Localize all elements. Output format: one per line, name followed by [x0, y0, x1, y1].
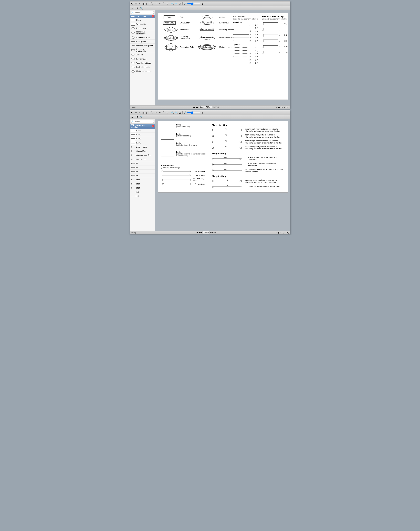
zoom-fit[interactable]: ⊕ — [201, 2, 204, 5]
cf-m1-icon-1 — [131, 162, 135, 165]
svg-line-191 — [240, 164, 241, 165]
grid-toggle-2[interactable]: ⊞ — [136, 116, 139, 119]
optional-label: Optional — [233, 44, 258, 45]
bezier-tool-2[interactable]: ∿ — [166, 111, 169, 114]
page-icon-2[interactable]: ≡ — [130, 116, 134, 119]
cf-one-more[interactable]: One or More — [130, 149, 155, 153]
table-tool-2[interactable]: ▦ — [142, 111, 145, 114]
line-tool[interactable]: ╲ — [150, 2, 154, 5]
cf-m1-3[interactable]: M:1 — [130, 170, 155, 174]
cf-m1-2[interactable]: M:1 — [130, 165, 155, 170]
page-icon[interactable]: ≡ — [130, 7, 134, 10]
zoom-out-2[interactable]: 🔍 — [175, 111, 178, 114]
cf-mm-2[interactable]: M:M — [130, 182, 155, 186]
cf-m1-4[interactable]: M:1 — [130, 174, 155, 178]
rectangle-tool[interactable]: ▭ — [134, 2, 137, 5]
arrow-tool[interactable]: → — [154, 2, 158, 5]
line-tool-2[interactable]: ╲ — [150, 111, 154, 114]
page-prev[interactable]: ◀ — [195, 106, 197, 108]
arrow-tool-2[interactable]: → — [154, 111, 158, 114]
sidebar-item-optional-participation[interactable]: Optional participation — [130, 44, 155, 48]
cf-mm-3[interactable]: M:M — [130, 186, 155, 190]
cf-m1-1[interactable]: M:1 — [130, 161, 155, 165]
circle-tool[interactable]: ○ — [138, 2, 141, 5]
weak-entity-rect: Weak Entity — [163, 21, 176, 25]
close-btn-1[interactable]: ✕ — [152, 15, 154, 17]
cf-entity-1[interactable]: Entity — [130, 129, 155, 133]
cf-mm-1[interactable]: M:M — [130, 178, 155, 182]
cf-entity-2[interactable]: Entity — [130, 133, 155, 137]
sidebar-item-key-attr[interactable]: K Key attribute — [130, 57, 155, 61]
cf-entity-3[interactable]: Entity — [130, 137, 155, 141]
search-box-1[interactable]: 🔍 — [131, 11, 154, 14]
sidebar-item-recursive[interactable]: Recursive relationship — [130, 48, 155, 53]
page-prev-2[interactable]: ◀ — [198, 231, 200, 234]
opt-card-0m: (0:M) — [255, 59, 258, 61]
zoom-range-2[interactable] — [187, 111, 200, 114]
zoom-slider[interactable]: 🔎 — [183, 2, 187, 5]
curve-tool-2[interactable]: ⌒ — [162, 111, 165, 114]
rectangle-tool-2[interactable]: ▭ — [134, 111, 137, 114]
attr-ellipse-shape: Attribute — [196, 15, 218, 19]
cf-zero-more[interactable]: Zero or More — [130, 145, 155, 149]
sidebar-item-id-relationship[interactable]: Identifying relationship — [130, 30, 155, 35]
weak-entity-text: Weak Entity — [178, 22, 196, 24]
process-tool-2[interactable]: ▢ — [146, 111, 149, 114]
print-2[interactable]: 🖨 — [178, 111, 182, 114]
zoom-in[interactable]: 🔍 — [171, 2, 174, 5]
table-tool[interactable]: ▦ — [142, 2, 145, 5]
search-box-2[interactable]: 🔍 — [131, 120, 154, 123]
print[interactable]: 🖨 — [178, 2, 182, 5]
close-btn-2[interactable]: ✕ — [152, 125, 154, 127]
derived-ellipse: Derived attribute — [199, 36, 216, 40]
sidebar-item-weak-key[interactable]: K Weak key attribute — [130, 61, 155, 65]
circle-tool-2[interactable]: ○ — [138, 111, 141, 114]
zoom-slider-2[interactable]: 🔎 — [183, 111, 187, 114]
sidebar-item-derived[interactable]: Derived attribute — [130, 65, 155, 69]
sidebar-item-relationship[interactable]: Relationship — [130, 26, 155, 30]
derived-label: Derived attribute — [136, 66, 150, 68]
zoom-out[interactable]: 🔍 — [175, 2, 178, 5]
zoom-in-2[interactable]: 🔍 — [171, 111, 174, 114]
sidebar-item-multivalue[interactable]: Multivalue attribute — [130, 69, 155, 73]
sidebar-item-assoc-entity[interactable]: Associative entity — [130, 35, 155, 40]
cf-11-2[interactable]: 1:1 — [130, 194, 155, 198]
cf-11-1[interactable]: 1:1 — [130, 190, 155, 194]
sidebar-item-weak-entity[interactable]: Weak entity — [130, 22, 155, 26]
connect-tool-2[interactable]: ⤳ — [158, 111, 162, 114]
cf-m1-label-4: M:1 — [136, 175, 139, 177]
page-next[interactable]: ▶ — [197, 106, 199, 108]
grid-toggle[interactable]: ⊞ — [136, 7, 139, 10]
cf-entity-4[interactable]: Entity — [130, 141, 155, 145]
process-tool[interactable]: ▢ — [146, 2, 149, 5]
svg-text:1: 1 — [233, 56, 234, 57]
search-input-2[interactable] — [135, 120, 153, 122]
sidebar-item-attribute[interactable]: Attribute — [130, 53, 155, 57]
zoom-select-2[interactable]: 75% — [202, 231, 210, 234]
opt-card-01: (0:1) — [255, 46, 258, 48]
curve-tool[interactable]: ⌒ — [162, 2, 165, 5]
bezier-tool[interactable]: ∿ — [166, 2, 169, 5]
svg-text:1: 1 — [233, 27, 234, 28]
connect-tool[interactable]: ⤳ — [158, 2, 162, 5]
sidebar-item-entity[interactable]: Entity — [130, 18, 155, 22]
page-nav-icon[interactable]: ⏮ — [193, 106, 195, 108]
zoom-select-1[interactable]: Custom 79% — [199, 106, 212, 108]
cf-one-only[interactable]: One and only One — [130, 153, 155, 157]
mm2-line-2: 1:1 — [212, 185, 248, 188]
zoom-range-1[interactable] — [187, 2, 200, 5]
select-tool-2[interactable]: ↖ — [130, 111, 134, 114]
page-next-2[interactable]: ▶ — [200, 231, 202, 234]
svg-text:1: 1 — [250, 50, 251, 51]
sep3 — [182, 2, 183, 5]
sidebar-item-participation[interactable]: Participation — [130, 40, 155, 44]
page-nav-icon-2[interactable]: ⏮ — [196, 232, 198, 234]
search-toggle-2[interactable]: 🔍 — [140, 116, 143, 119]
cf-zero-one[interactable]: Zero or One — [130, 157, 155, 161]
select-tool[interactable]: ↖ — [130, 2, 134, 5]
zoom-fit-2[interactable]: ⊕ — [201, 111, 204, 114]
search-toggle[interactable]: 🔍 — [140, 7, 143, 10]
mm-line-3: M:M — [212, 169, 244, 172]
search-input-1[interactable] — [135, 12, 153, 14]
entity-rect-icon — [131, 19, 135, 21]
